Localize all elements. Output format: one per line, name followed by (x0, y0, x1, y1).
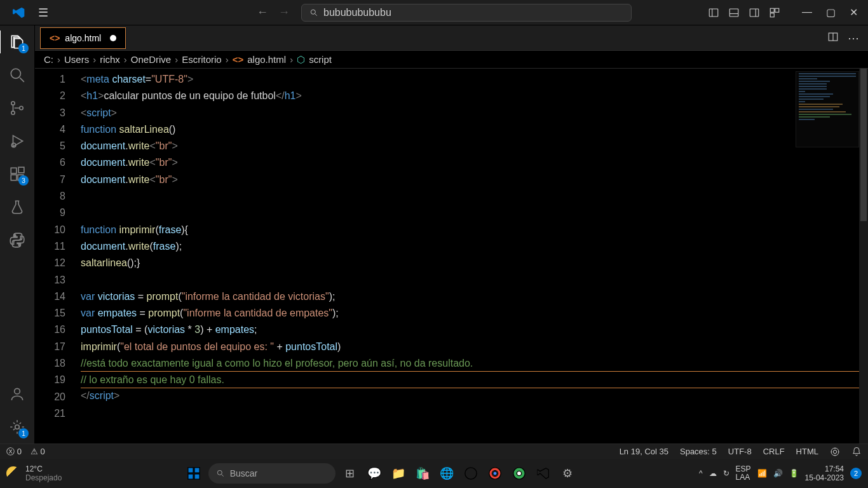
script-symbol-icon: ⬡ (297, 54, 305, 65)
vertical-scrollbar[interactable] (859, 69, 868, 444)
source-control-icon[interactable] (8, 99, 26, 117)
feedback-icon[interactable] (830, 447, 840, 457)
file-explorer-icon[interactable]: 📁 (389, 464, 408, 483)
unsaved-indicator-icon (110, 35, 116, 41)
breadcrumbs[interactable]: C:› Users› richx› OneDrive› Escritorio› … (35, 51, 868, 69)
menu-icon[interactable]: ☰ (38, 6, 48, 20)
html-file-icon: <> (233, 54, 244, 65)
tabs-row: <> algo.html ⋯ (35, 25, 868, 51)
line-gutter: 123456789101112131415161718192021 (35, 69, 81, 444)
split-editor-icon[interactable] (827, 31, 839, 43)
minimap[interactable] (796, 71, 859, 147)
eol[interactable]: CRLF (763, 447, 785, 456)
search-text: bubububububu (323, 7, 391, 18)
cursor-position[interactable]: Ln 19, Col 35 (620, 447, 668, 456)
indentation[interactable]: Spaces: 5 (680, 447, 717, 456)
notification-badge[interactable]: 2 (850, 468, 862, 479)
breadcrumb-item[interactable]: OneDrive (131, 54, 171, 65)
minimize-icon[interactable]: ― (802, 6, 812, 18)
taskbar-search[interactable]: Buscar (208, 463, 336, 484)
layout-sidebar-left-icon[interactable] (708, 7, 719, 18)
maximize-icon[interactable]: ▢ (826, 6, 836, 18)
notifications-icon[interactable] (851, 447, 862, 457)
svg-rect-13 (11, 175, 17, 180)
ms-store-icon[interactable]: 🛍️ (413, 464, 432, 483)
clock[interactable]: 17:5415-04-2023 (805, 464, 844, 483)
titlebar: ☰ ← → bubububububu ― ▢ ✕ (0, 0, 868, 25)
wifi-icon[interactable]: 📶 (757, 469, 767, 478)
nav-forward-icon[interactable]: → (278, 6, 290, 19)
moon-icon (6, 466, 20, 480)
settings-gear-icon[interactable]: 1 (8, 418, 26, 436)
onedrive-icon[interactable]: ☁ (709, 469, 717, 478)
svg-point-9 (11, 111, 15, 114)
windows-taskbar: 12°CDespejado Buscar ⊞ 💬 📁 🛍️ 🌐 ⚙ ^ ☁ ↻ … (0, 459, 868, 488)
explorer-icon[interactable]: 1 (8, 33, 26, 51)
close-icon[interactable]: ✕ (850, 6, 858, 18)
breadcrumb-item[interactable]: Escritorio (182, 54, 222, 65)
svg-rect-24 (194, 474, 200, 479)
errors-indicator[interactable]: ⓧ 0 (6, 446, 22, 458)
layout-panel-icon[interactable] (728, 7, 740, 18)
testing-icon[interactable] (8, 198, 26, 216)
svg-rect-4 (770, 8, 774, 12)
explorer-badge: 1 (18, 43, 29, 53)
svg-rect-3 (750, 9, 759, 17)
statusbar: ⓧ 0 ⚠ 0 Ln 19, Col 35 Spaces: 5 UTF-8 CR… (0, 444, 868, 459)
svg-point-19 (831, 448, 839, 456)
edge-icon[interactable] (461, 464, 480, 483)
chat-app-icon[interactable]: 💬 (365, 464, 384, 483)
volume-icon[interactable]: 🔊 (773, 469, 783, 478)
layout-sidebar-right-icon[interactable] (749, 7, 760, 18)
accounts-icon[interactable] (8, 385, 26, 403)
svg-rect-2 (729, 9, 738, 17)
activity-bar: 1 3 1 (0, 25, 35, 444)
start-button[interactable] (184, 464, 203, 483)
search-activitybar-icon[interactable] (8, 66, 26, 84)
svg-rect-22 (194, 468, 200, 473)
tray-chevron-icon[interactable]: ^ (699, 469, 703, 478)
chrome-beta-icon[interactable] (510, 464, 529, 483)
weather-widget[interactable]: 12°CDespejado (6, 464, 62, 483)
encoding[interactable]: UTF-8 (728, 447, 752, 456)
search-icon (309, 8, 318, 17)
task-view-icon[interactable]: ⊞ (341, 464, 360, 483)
vscode-icon (13, 6, 25, 19)
breadcrumb-item[interactable]: C: (44, 54, 53, 65)
browser-icon[interactable]: 🌐 (437, 464, 456, 483)
run-debug-icon[interactable] (8, 132, 26, 150)
language-mode[interactable]: HTML (796, 447, 818, 456)
breadcrumb-item[interactable]: algo.html (247, 54, 286, 65)
svg-rect-1 (709, 9, 718, 17)
breadcrumb-item[interactable]: Users (64, 54, 89, 65)
editor[interactable]: 123456789101112131415161718192021 <meta … (35, 69, 868, 444)
svg-point-0 (311, 10, 315, 14)
svg-point-17 (15, 425, 20, 430)
svg-rect-5 (775, 8, 779, 12)
more-actions-icon[interactable]: ⋯ (848, 31, 859, 45)
svg-point-29 (492, 471, 496, 475)
extensions-icon[interactable]: 3 (8, 165, 26, 183)
windows-update-icon[interactable]: ↻ (723, 469, 729, 478)
command-center[interactable]: bubububububu (301, 4, 632, 22)
python-icon[interactable] (8, 231, 26, 249)
tab-algo-html[interactable]: <> algo.html (40, 27, 126, 49)
language-indicator[interactable]: ESPLAA (736, 465, 751, 482)
warnings-indicator[interactable]: ⚠ 0 (31, 447, 45, 456)
nav-back-icon[interactable]: ← (257, 6, 268, 19)
chrome-icon[interactable] (485, 464, 505, 483)
settings-badge: 1 (18, 428, 29, 438)
battery-icon[interactable]: 🔋 (789, 469, 799, 478)
extensions-badge: 3 (18, 175, 29, 186)
breadcrumb-item[interactable]: richx (100, 54, 120, 65)
tab-filename: algo.html (65, 33, 101, 43)
breadcrumb-item[interactable]: script (309, 54, 332, 65)
svg-point-16 (15, 388, 20, 394)
settings-app-icon[interactable]: ⚙ (558, 464, 577, 483)
svg-point-31 (517, 471, 521, 475)
svg-point-26 (465, 468, 476, 479)
vscode-taskbar-icon[interactable] (534, 464, 553, 483)
code-content[interactable]: <meta charset="UTF-8"><h1>calcular punto… (81, 69, 868, 444)
customize-layout-icon[interactable] (769, 7, 780, 18)
svg-point-10 (20, 106, 23, 109)
